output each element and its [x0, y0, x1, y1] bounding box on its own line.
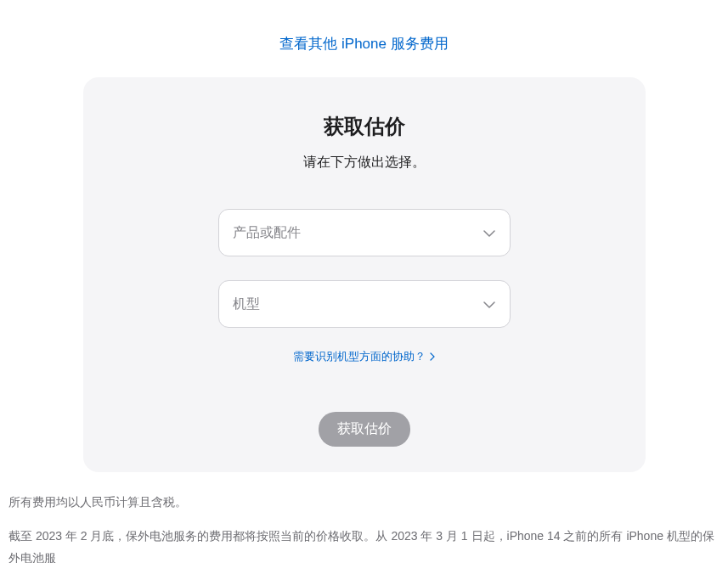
help-link-text: 需要识别机型方面的协助？ — [293, 350, 426, 363]
model-select-placeholder: 机型 — [233, 296, 260, 313]
product-select-placeholder: 产品或配件 — [233, 224, 301, 242]
card-subtitle: 请在下方做出选择。 — [117, 154, 612, 172]
top-link-container: 查看其他 iPhone 服务费用 — [0, 34, 728, 53]
model-select-wrapper: 机型 — [218, 280, 511, 328]
product-select[interactable]: 产品或配件 — [218, 209, 511, 256]
identify-model-help-link[interactable]: 需要识别机型方面的协助？ — [293, 350, 436, 363]
help-link-container: 需要识别机型方面的协助？ — [117, 348, 612, 364]
footer-price-note: 截至 2023 年 2 月底，保外电池服务的费用都将按照当前的价格收取。从 20… — [8, 525, 719, 563]
other-service-fees-link[interactable]: 查看其他 iPhone 服务费用 — [279, 36, 448, 52]
card-title: 获取估价 — [117, 113, 612, 140]
product-select-wrapper: 产品或配件 — [218, 209, 511, 256]
get-estimate-button[interactable]: 获取估价 — [319, 412, 410, 447]
chevron-right-icon — [430, 351, 435, 363]
estimate-card: 获取估价 请在下方做出选择。 产品或配件 机型 需要识别机型方面的协助？ — [83, 77, 646, 472]
model-select[interactable]: 机型 — [218, 280, 511, 328]
footer-note-part1: 截至 2023 年 2 月底，保外电池服务的费用都将按照当前的价格收取。从 20… — [8, 529, 714, 563]
footer-tax-note: 所有费用均以人民币计算且含税。 — [8, 493, 719, 513]
